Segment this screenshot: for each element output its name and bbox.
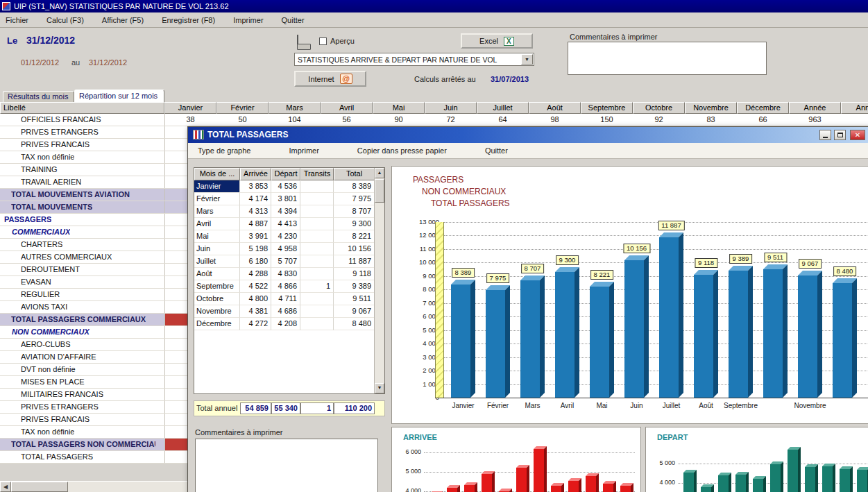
value-cell[interactable]: 4 272: [240, 318, 271, 330]
column-header-mai[interactable]: Mai: [373, 102, 425, 114]
value-cell[interactable]: [300, 243, 334, 255]
column-header-ann-e-2[interactable]: Année: [841, 102, 868, 114]
grid-row-non-commerciaux[interactable]: NON COMMERCIAUX: [0, 326, 187, 339]
child-titlebar[interactable]: TOTAL PASSAGERS ✕: [188, 127, 868, 143]
maximize-button[interactable]: [834, 130, 846, 140]
value-cell[interactable]: 4 288: [240, 268, 271, 280]
column-header-d-part[interactable]: Départ: [271, 168, 300, 180]
value-cell[interactable]: 4 830: [271, 268, 300, 280]
horizontal-scrollbar[interactable]: ◀: [0, 481, 187, 492]
grid-row-dvt-non-d-finie[interactable]: DVT non définie: [0, 364, 187, 376]
column-header-f-vrier[interactable]: Février: [216, 102, 269, 114]
value-cell[interactable]: 4 174: [240, 193, 271, 205]
value-cell[interactable]: 6 180: [240, 255, 271, 268]
scroll-up-icon[interactable]: ▲: [375, 168, 384, 178]
value-cell[interactable]: 4 536: [271, 180, 300, 193]
value-cell[interactable]: 1: [300, 280, 334, 293]
column-header-mois-de[interactable]: Mois de ...: [194, 168, 240, 180]
grid-row-tax-non-d-finie[interactable]: TAX non définie: [0, 151, 187, 164]
value-cell[interactable]: 5 198: [240, 243, 271, 255]
commentaires-input[interactable]: [568, 42, 767, 75]
grid-row-commerciaux[interactable]: COMMERCIAUX: [0, 226, 187, 239]
scroll-down-icon[interactable]: ▼: [375, 383, 384, 393]
grid-row-officiels-francais[interactable]: OFFICIELS FRANCAIS3850104569072649815092…: [0, 114, 868, 126]
printer-icon[interactable]: [297, 35, 311, 47]
month-cell[interactable]: Mai: [194, 230, 240, 243]
grid-row-charters[interactable]: CHARTERS: [0, 239, 187, 251]
column-header-total[interactable]: Total: [334, 168, 375, 180]
internet-button[interactable]: Internet @: [294, 71, 366, 87]
grid-row-total-passagers-commerciaux[interactable]: TOTAL PASSAGERS COMMERCIAUX: [0, 314, 187, 326]
main-titlebar[interactable]: UIP (ST1_NAV) STATISTIQUES PAR NATURE DE…: [0, 0, 868, 12]
value-cell[interactable]: 4 711: [271, 293, 300, 305]
menu-item-quitter[interactable]: Quitter: [485, 146, 508, 155]
column-header-mars[interactable]: Mars: [269, 102, 321, 114]
child-commentaires-input[interactable]: [195, 439, 378, 492]
grid-row-passagers[interactable]: PASSAGERS: [0, 214, 187, 226]
value-cell[interactable]: 9 389: [334, 280, 375, 293]
grid-row-avions-taxi[interactable]: AVIONS TAXI: [0, 301, 187, 314]
column-header-octobre[interactable]: Octobre: [633, 102, 685, 114]
column-header-transits[interactable]: Transits: [300, 168, 334, 180]
value-cell[interactable]: 4 230: [271, 230, 300, 243]
menu-item-type-de-graphe[interactable]: Type de graphe: [198, 146, 250, 155]
table-vertical-scrollbar[interactable]: ▲▼: [374, 168, 384, 393]
value-cell[interactable]: 8 707: [334, 205, 375, 218]
month-cell[interactable]: Juillet: [194, 255, 240, 268]
value-cell[interactable]: 11 887: [334, 255, 375, 268]
value-cell[interactable]: 3 991: [240, 230, 271, 243]
value-cell[interactable]: 4 522: [240, 280, 271, 293]
month-cell[interactable]: Décembre: [194, 318, 240, 330]
value-cell[interactable]: 8 221: [334, 230, 375, 243]
grid-row-evasan[interactable]: EVASAN: [0, 276, 187, 289]
grid-row-total-passagers[interactable]: TOTAL PASSAGERS: [0, 451, 187, 464]
value-cell[interactable]: 4 413: [271, 218, 300, 230]
chevron-down-icon[interactable]: ▼: [521, 54, 533, 65]
column-header-ao-t[interactable]: Août: [529, 102, 581, 114]
value-cell[interactable]: 10 156: [334, 243, 375, 255]
grid-row-prives-etrangers[interactable]: PRIVES ETRANGERS: [0, 126, 187, 139]
value-cell[interactable]: [300, 193, 334, 205]
value-cell[interactable]: 5 707: [271, 255, 300, 268]
menu-item-imprimer[interactable]: Imprimer: [233, 16, 263, 24]
value-cell[interactable]: [300, 318, 334, 330]
column-header-d-cembre[interactable]: Décembre: [737, 102, 789, 114]
value-cell[interactable]: 4 313: [240, 205, 271, 218]
grid-row-aviation-d-affaire[interactable]: AVIATION D'AFFAIRE: [0, 351, 187, 364]
minimize-button[interactable]: [819, 130, 831, 140]
value-cell[interactable]: 8 389: [334, 180, 375, 193]
month-cell[interactable]: Octobre: [194, 293, 240, 305]
scroll-left-icon[interactable]: ◀: [0, 482, 11, 492]
tab-r-sultats-du-mois[interactable]: Résultats du mois: [3, 91, 74, 102]
report-select[interactable]: STATISTIQUES ARRIVEE & DEPART PAR NATURE…: [294, 53, 534, 66]
grid-row-travail-aerien[interactable]: TRAVAIL AERIEN: [0, 176, 187, 189]
value-cell[interactable]: 9 511: [334, 293, 375, 305]
menu-item-imprimer[interactable]: Imprimer: [289, 146, 318, 155]
value-cell[interactable]: 4 381: [240, 305, 271, 318]
month-cell[interactable]: Septembre: [194, 280, 240, 293]
value-cell[interactable]: [300, 268, 334, 280]
menu-item-fichier[interactable]: Fichier: [6, 16, 28, 24]
grid-row-training[interactable]: TRAINING: [0, 164, 187, 176]
value-cell[interactable]: 3 853: [240, 180, 271, 193]
value-cell[interactable]: 4 394: [271, 205, 300, 218]
month-cell[interactable]: Novembre: [194, 305, 240, 318]
value-cell[interactable]: 9 067: [334, 305, 375, 318]
excel-button[interactable]: Excel X: [461, 33, 533, 49]
column-header-juin[interactable]: Juin: [425, 102, 477, 114]
column-header-arriv-e[interactable]: Arrivée: [240, 168, 271, 180]
month-cell[interactable]: Mars: [194, 205, 240, 218]
scrollbar-thumb[interactable]: [11, 482, 68, 492]
menu-item-afficher-f5[interactable]: Afficher (F5): [102, 16, 144, 24]
column-header-septembre[interactable]: Septembre: [581, 102, 633, 114]
tab-r-partition-sur-12-mois[interactable]: Répartition sur 12 mois: [74, 90, 164, 102]
value-cell[interactable]: 8 480: [334, 318, 375, 330]
value-cell[interactable]: [300, 180, 334, 193]
value-cell[interactable]: 4 958: [271, 243, 300, 255]
column-header-novembre[interactable]: Novembre: [685, 102, 737, 114]
column-header-juillet[interactable]: Juillet: [477, 102, 529, 114]
grid-row-prives-francais[interactable]: PRIVES FRANCAIS: [0, 139, 187, 151]
grid-row-prives-etrangers[interactable]: PRIVES ETRANGERS: [0, 401, 187, 414]
menu-item-enregistrer-f8[interactable]: Enregistrer (F8): [162, 16, 215, 24]
value-cell[interactable]: 7 975: [334, 193, 375, 205]
